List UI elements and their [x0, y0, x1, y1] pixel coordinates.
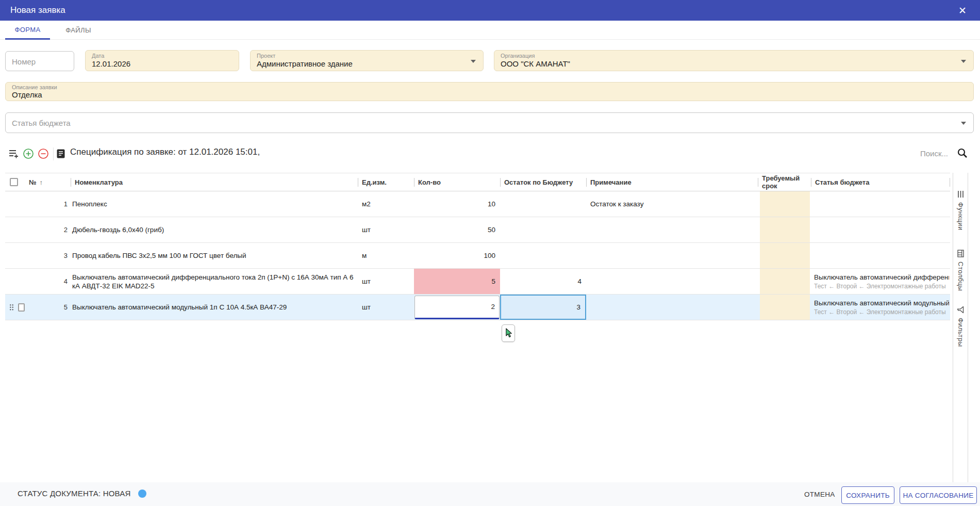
nomenclature-cell[interactable]: Выключатель автоматический модульный 1п … — [71, 295, 358, 320]
qty-cell[interactable]: 2 — [414, 295, 500, 320]
side-tab-functions[interactable]: Функции — [953, 190, 968, 231]
required-term-cell[interactable] — [758, 295, 811, 320]
required-term-value — [760, 295, 810, 320]
description-label: Описание заявки — [12, 84, 57, 90]
send-to-approval-button[interactable]: НА СОГЛАСОВАНИЕ — [900, 486, 977, 504]
table-row[interactable]: 4Выключатель автоматический дифференциал… — [5, 269, 950, 295]
required-term-cell[interactable] — [758, 269, 811, 294]
sort-asc-icon[interactable]: ↑ — [40, 178, 43, 186]
row-select-cell[interactable] — [5, 217, 25, 242]
budget-item-field[interactable]: Статья бюджета — [5, 112, 974, 133]
unit-cell[interactable]: м — [358, 243, 414, 268]
required-term-value — [760, 243, 810, 268]
select-all-checkbox[interactable] — [10, 178, 18, 186]
new-request-window: Новая заявка ✕ ФОРМА ФАЙЛЫ Номер Дата 12… — [0, 0, 980, 506]
qty-cell[interactable]: 5 — [414, 269, 500, 294]
footer-bar: СТАТУС ДОКУМЕНТА: НОВАЯ ОТМЕНА СОХРАНИТЬ… — [0, 482, 980, 506]
header-num[interactable]: №↑ — [25, 173, 71, 191]
nomenclature-cell[interactable]: Дюбель-гвоздь 6,0х40 (гриб) — [71, 217, 358, 242]
tab-faily[interactable]: ФАЙЛЫ — [58, 21, 99, 40]
add-multiple-rows-icon[interactable] — [8, 148, 19, 159]
header-budget-rest[interactable]: Остаток по Бюджету — [500, 173, 586, 191]
nomenclature-cell[interactable]: Пеноплекс — [71, 191, 358, 217]
budget-item-cell[interactable]: Выключатель автоматический дифференциаль… — [811, 269, 950, 294]
number-field[interactable]: Номер — [5, 51, 74, 71]
side-tab-filters[interactable]: Фильтры — [953, 305, 968, 347]
drag-handle-icon[interactable] — [9, 303, 14, 311]
required-term-cell[interactable] — [758, 191, 811, 217]
budget-item-cell[interactable] — [811, 243, 950, 268]
budget-rest-cell[interactable]: 4 — [500, 269, 586, 294]
budget-rest-cell[interactable] — [500, 217, 586, 242]
header-required-term[interactable]: Требуемый срок — [758, 173, 811, 191]
row-select-cell[interactable] — [5, 191, 25, 217]
budget-rest-cell[interactable] — [500, 243, 586, 268]
row-number: 3 — [25, 243, 71, 268]
budget-item-path: Тест ← Второй ← Электромонтажные работы — [814, 308, 946, 316]
note-cell[interactable]: Остаток к заказу — [586, 191, 758, 217]
close-icon[interactable]: ✕ — [955, 5, 970, 17]
qty-cell[interactable]: 100 — [414, 243, 500, 268]
header-budget-item[interactable]: Статья бюджета — [811, 173, 950, 191]
header-qty[interactable]: Кол-во — [414, 173, 500, 191]
cancel-button[interactable]: ОТМЕНА — [800, 488, 839, 501]
row-select-cell[interactable] — [5, 295, 25, 320]
tab-forma[interactable]: ФОРМА — [5, 21, 50, 40]
note-cell[interactable] — [586, 217, 758, 242]
search-icon[interactable] — [956, 147, 969, 159]
project-field[interactable]: Проект Административное здание — [250, 50, 484, 71]
nomenclature-cell[interactable]: Выключатель автоматический дифференциаль… — [71, 269, 358, 294]
row-select-cell[interactable] — [5, 269, 25, 294]
budget-rest-cell[interactable] — [500, 191, 586, 217]
organization-label: Организация — [501, 53, 535, 59]
row-number: 5 — [25, 295, 71, 320]
row-checkbox[interactable] — [18, 303, 25, 312]
qty-edit-input[interactable]: 2 — [414, 296, 500, 319]
description-field[interactable]: Описание заявки Отделка — [5, 82, 974, 101]
row-number: 2 — [25, 217, 71, 242]
table-row[interactable]: 2Дюбель-гвоздь 6,0х40 (гриб)шт50 — [5, 217, 950, 243]
status-dot-icon — [138, 489, 146, 498]
budget-rest-cell[interactable]: 3 — [500, 295, 586, 320]
required-term-value — [760, 217, 810, 242]
save-button[interactable]: СОХРАНИТЬ — [841, 486, 894, 504]
organization-value: ООО "СК АМАНАТ" — [501, 59, 570, 68]
header-unit[interactable]: Ед.изм. — [358, 173, 414, 191]
table-body: 1Пеноплексм210Остаток к заказу2Дюбель-гв… — [5, 191, 950, 320]
budget-item-path: Тест ← Второй ← Электромонтажные работы — [814, 283, 946, 290]
budget-item-cell[interactable]: Выключатель автоматический модульный 1п … — [811, 295, 950, 320]
chevron-down-icon[interactable] — [471, 60, 476, 63]
table-row[interactable]: 3Провод кабель ПВС 3х2,5 мм 100 м ГОСТ ц… — [5, 243, 950, 269]
menu-lines-icon — [956, 190, 965, 199]
unit-cell[interactable]: шт — [358, 269, 414, 294]
qty-cell[interactable]: 50 — [414, 217, 500, 242]
add-row-icon[interactable] — [23, 148, 34, 159]
note-cell[interactable] — [586, 269, 758, 294]
remove-row-icon[interactable] — [38, 148, 49, 159]
organization-field[interactable]: Организация ООО "СК АМАНАТ" — [494, 50, 974, 71]
date-field[interactable]: Дата 12.01.2026 — [85, 50, 239, 71]
header-nomenclature[interactable]: Номенклатура — [71, 173, 358, 191]
chevron-down-icon[interactable] — [961, 60, 966, 63]
search-input[interactable]: Поиск... — [920, 149, 948, 158]
nomenclature-list-icon[interactable] — [55, 148, 67, 159]
chevron-down-icon[interactable] — [961, 122, 966, 125]
unit-cell[interactable]: м2 — [358, 191, 414, 217]
spec-title: Спецификация по заявке: от 12.01.2026 15… — [70, 147, 260, 157]
budget-item-cell[interactable] — [811, 217, 950, 242]
required-term-cell[interactable] — [758, 217, 811, 242]
header-note[interactable]: Примечание — [586, 173, 758, 191]
side-tab-columns[interactable]: Столбцы — [953, 249, 968, 291]
row-select-cell[interactable] — [5, 243, 25, 268]
note-cell[interactable] — [586, 295, 758, 320]
table-row[interactable]: 5Выключатель автоматический модульный 1п… — [5, 295, 950, 320]
nomenclature-cell[interactable]: Провод кабель ПВС 3х2,5 мм 100 м ГОСТ цв… — [71, 243, 358, 268]
required-term-cell[interactable] — [758, 243, 811, 268]
note-cell[interactable] — [586, 243, 758, 268]
unit-cell[interactable]: шт — [358, 217, 414, 242]
budget-item-cell[interactable] — [811, 191, 950, 217]
qty-cell[interactable]: 10 — [414, 191, 500, 217]
table-row[interactable]: 1Пеноплексм210Остаток к заказу — [5, 191, 950, 217]
row-number: 4 — [25, 269, 71, 294]
unit-cell[interactable]: шт — [358, 295, 414, 320]
